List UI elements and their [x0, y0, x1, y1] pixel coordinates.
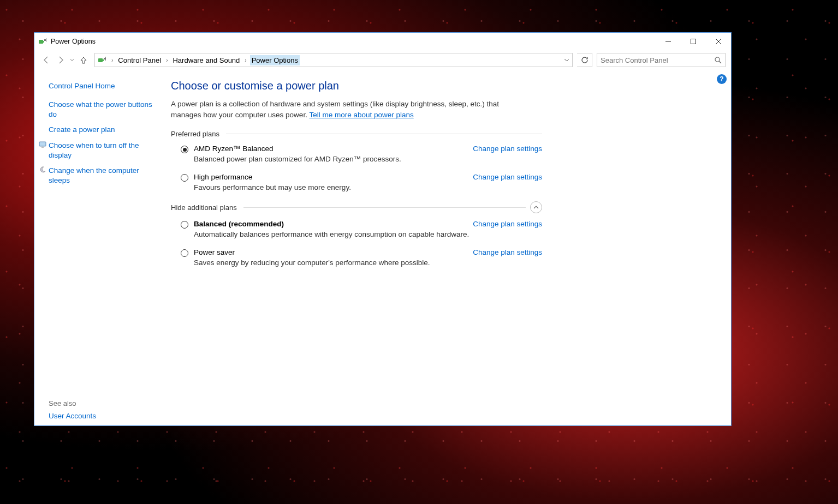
svg-rect-3: [98, 58, 103, 62]
hide-additional-plans-heading: Hide additional plans: [171, 201, 542, 213]
plan-name[interactable]: AMD Ryzen™ Balanced: [194, 145, 274, 153]
address-bar[interactable]: › Control Panel › Hardware and Sound › P…: [94, 53, 573, 67]
power-plan-option: Balanced (recommended) Change plan setti…: [181, 220, 542, 238]
sidebar-link-power-buttons[interactable]: Choose what the power buttons do: [49, 100, 160, 119]
plan-description: Automatically balances performance with …: [194, 230, 542, 238]
chevron-right-icon[interactable]: ›: [163, 57, 171, 63]
svg-rect-0: [39, 40, 43, 44]
moon-icon: [39, 166, 46, 185]
sidebar-link-sleep[interactable]: Change when the computer sleeps: [49, 166, 160, 185]
plan-description: Favours performance but may use more ene…: [194, 183, 542, 191]
change-plan-settings-link[interactable]: Change plan settings: [473, 173, 542, 181]
titlebar: Power Options: [34, 33, 731, 50]
back-button[interactable]: [40, 53, 53, 67]
radio-power-saver[interactable]: [181, 249, 188, 257]
main-panel: Choose or customise a power plan A power…: [168, 70, 561, 425]
svg-rect-1: [43, 41, 44, 43]
search-icon[interactable]: [714, 56, 722, 64]
radio-high-performance[interactable]: [181, 174, 188, 182]
sidebar: Control Panel Home Choose what the power…: [34, 70, 168, 425]
plan-name[interactable]: High performance: [194, 173, 252, 181]
svg-rect-2: [691, 39, 696, 44]
search-box[interactable]: [597, 53, 726, 67]
plan-name[interactable]: Balanced (recommended): [194, 220, 284, 228]
breadcrumb-item-current[interactable]: Power Options: [250, 55, 300, 65]
see-also-heading: See also: [49, 399, 160, 407]
monitor-icon: [39, 141, 46, 160]
address-dropdown[interactable]: [560, 53, 572, 67]
minimize-button[interactable]: [656, 33, 681, 50]
battery-plug-icon: [38, 37, 47, 46]
search-input[interactable]: [601, 56, 714, 64]
maximize-button[interactable]: [681, 33, 706, 50]
radio-amd-ryzen-balanced[interactable]: [181, 146, 188, 153]
sidebar-link-display-off[interactable]: Choose when to turn off the display: [49, 141, 160, 160]
content-area: ? Control Panel Home Choose what the pow…: [34, 70, 731, 425]
plan-description: Balanced power plan customized for AMD R…: [194, 155, 542, 163]
chevron-right-icon[interactable]: ›: [241, 57, 249, 63]
change-plan-settings-link[interactable]: Change plan settings: [473, 248, 542, 256]
svg-point-5: [715, 57, 720, 62]
see-also-user-accounts[interactable]: User Accounts: [49, 412, 160, 420]
page-heading: Choose or customise a power plan: [171, 80, 542, 92]
preferred-plans-heading: Preferred plans: [171, 130, 542, 138]
plan-description: Saves energy by reducing your computer's…: [194, 259, 542, 267]
breadcrumb-item[interactable]: Hardware and Sound: [171, 55, 241, 65]
change-plan-settings-link[interactable]: Change plan settings: [473, 145, 542, 153]
history-dropdown[interactable]: [68, 58, 76, 62]
control-panel-window: Power Options › Control Pa: [34, 32, 732, 426]
refresh-button[interactable]: [577, 53, 592, 67]
power-plan-option: High performance Change plan settings Fa…: [181, 173, 542, 191]
control-panel-home-link[interactable]: Control Panel Home: [49, 82, 160, 90]
help-icon[interactable]: ?: [717, 74, 727, 84]
chevron-right-icon[interactable]: ›: [108, 57, 116, 63]
radio-balanced[interactable]: [181, 221, 188, 229]
sidebar-link-create-plan[interactable]: Create a power plan: [49, 125, 160, 135]
breadcrumb-item[interactable]: Control Panel: [116, 55, 163, 65]
change-plan-settings-link[interactable]: Change plan settings: [473, 220, 542, 228]
power-plan-option: AMD Ryzen™ Balanced Change plan settings…: [181, 145, 542, 163]
svg-rect-7: [41, 147, 44, 148]
page-description: A power plan is a collection of hardware…: [171, 99, 509, 120]
plan-name[interactable]: Power saver: [194, 248, 235, 256]
learn-more-link[interactable]: Tell me more about power plans: [309, 111, 413, 119]
svg-rect-4: [103, 59, 104, 61]
navigation-bar: › Control Panel › Hardware and Sound › P…: [34, 50, 731, 70]
close-button[interactable]: [706, 33, 731, 50]
power-plan-option: Power saver Change plan settings Saves e…: [181, 248, 542, 267]
battery-plug-icon: [97, 55, 107, 65]
svg-rect-6: [39, 142, 46, 146]
up-button[interactable]: [77, 53, 90, 67]
forward-button[interactable]: [54, 53, 67, 67]
collapse-toggle[interactable]: [530, 201, 542, 213]
window-title: Power Options: [51, 38, 96, 45]
